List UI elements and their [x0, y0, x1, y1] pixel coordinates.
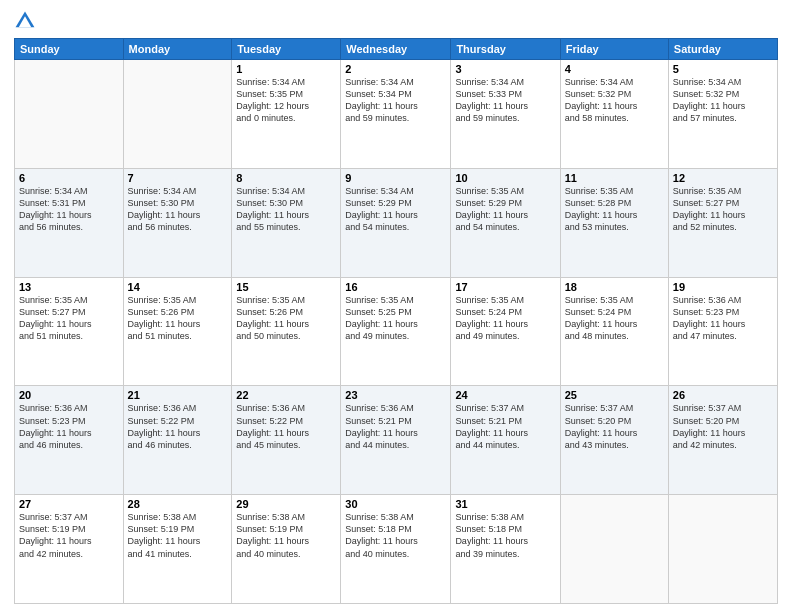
col-sunday: Sunday: [15, 39, 124, 60]
day-info: Sunrise: 5:38 AM Sunset: 5:18 PM Dayligh…: [455, 511, 555, 560]
day-info: Sunrise: 5:36 AM Sunset: 5:22 PM Dayligh…: [128, 402, 228, 451]
day-number: 28: [128, 498, 228, 510]
day-number: 13: [19, 281, 119, 293]
day-number: 16: [345, 281, 446, 293]
day-number: 12: [673, 172, 773, 184]
day-number: 14: [128, 281, 228, 293]
table-cell: 28Sunrise: 5:38 AM Sunset: 5:19 PM Dayli…: [123, 495, 232, 604]
day-info: Sunrise: 5:35 AM Sunset: 5:29 PM Dayligh…: [455, 185, 555, 234]
table-cell: 10Sunrise: 5:35 AM Sunset: 5:29 PM Dayli…: [451, 168, 560, 277]
day-info: Sunrise: 5:36 AM Sunset: 5:21 PM Dayligh…: [345, 402, 446, 451]
day-number: 25: [565, 389, 664, 401]
col-tuesday: Tuesday: [232, 39, 341, 60]
day-number: 30: [345, 498, 446, 510]
calendar-row: 27Sunrise: 5:37 AM Sunset: 5:19 PM Dayli…: [15, 495, 778, 604]
table-cell: 5Sunrise: 5:34 AM Sunset: 5:32 PM Daylig…: [668, 60, 777, 169]
table-cell: [123, 60, 232, 169]
table-cell: 27Sunrise: 5:37 AM Sunset: 5:19 PM Dayli…: [15, 495, 124, 604]
calendar-table: Sunday Monday Tuesday Wednesday Thursday…: [14, 38, 778, 604]
day-number: 6: [19, 172, 119, 184]
table-cell: 7Sunrise: 5:34 AM Sunset: 5:30 PM Daylig…: [123, 168, 232, 277]
day-number: 27: [19, 498, 119, 510]
day-info: Sunrise: 5:35 AM Sunset: 5:27 PM Dayligh…: [19, 294, 119, 343]
table-cell: 14Sunrise: 5:35 AM Sunset: 5:26 PM Dayli…: [123, 277, 232, 386]
calendar-row: 13Sunrise: 5:35 AM Sunset: 5:27 PM Dayli…: [15, 277, 778, 386]
day-info: Sunrise: 5:34 AM Sunset: 5:31 PM Dayligh…: [19, 185, 119, 234]
day-info: Sunrise: 5:37 AM Sunset: 5:19 PM Dayligh…: [19, 511, 119, 560]
table-cell: 21Sunrise: 5:36 AM Sunset: 5:22 PM Dayli…: [123, 386, 232, 495]
table-cell: 3Sunrise: 5:34 AM Sunset: 5:33 PM Daylig…: [451, 60, 560, 169]
day-info: Sunrise: 5:34 AM Sunset: 5:30 PM Dayligh…: [128, 185, 228, 234]
header: [14, 10, 778, 32]
day-info: Sunrise: 5:34 AM Sunset: 5:33 PM Dayligh…: [455, 76, 555, 125]
table-cell: 2Sunrise: 5:34 AM Sunset: 5:34 PM Daylig…: [341, 60, 451, 169]
day-number: 31: [455, 498, 555, 510]
day-number: 10: [455, 172, 555, 184]
day-info: Sunrise: 5:35 AM Sunset: 5:24 PM Dayligh…: [565, 294, 664, 343]
day-number: 9: [345, 172, 446, 184]
day-info: Sunrise: 5:35 AM Sunset: 5:26 PM Dayligh…: [128, 294, 228, 343]
day-info: Sunrise: 5:35 AM Sunset: 5:28 PM Dayligh…: [565, 185, 664, 234]
day-info: Sunrise: 5:37 AM Sunset: 5:21 PM Dayligh…: [455, 402, 555, 451]
day-number: 15: [236, 281, 336, 293]
table-cell: 22Sunrise: 5:36 AM Sunset: 5:22 PM Dayli…: [232, 386, 341, 495]
day-info: Sunrise: 5:35 AM Sunset: 5:25 PM Dayligh…: [345, 294, 446, 343]
logo: [14, 10, 40, 32]
table-cell: [668, 495, 777, 604]
day-number: 11: [565, 172, 664, 184]
col-saturday: Saturday: [668, 39, 777, 60]
day-info: Sunrise: 5:34 AM Sunset: 5:34 PM Dayligh…: [345, 76, 446, 125]
table-cell: 25Sunrise: 5:37 AM Sunset: 5:20 PM Dayli…: [560, 386, 668, 495]
day-number: 8: [236, 172, 336, 184]
table-cell: [560, 495, 668, 604]
calendar-row: 20Sunrise: 5:36 AM Sunset: 5:23 PM Dayli…: [15, 386, 778, 495]
day-info: Sunrise: 5:35 AM Sunset: 5:24 PM Dayligh…: [455, 294, 555, 343]
day-info: Sunrise: 5:34 AM Sunset: 5:29 PM Dayligh…: [345, 185, 446, 234]
day-info: Sunrise: 5:37 AM Sunset: 5:20 PM Dayligh…: [673, 402, 773, 451]
day-info: Sunrise: 5:34 AM Sunset: 5:32 PM Dayligh…: [673, 76, 773, 125]
table-cell: 15Sunrise: 5:35 AM Sunset: 5:26 PM Dayli…: [232, 277, 341, 386]
table-cell: 23Sunrise: 5:36 AM Sunset: 5:21 PM Dayli…: [341, 386, 451, 495]
table-cell: 20Sunrise: 5:36 AM Sunset: 5:23 PM Dayli…: [15, 386, 124, 495]
day-info: Sunrise: 5:34 AM Sunset: 5:32 PM Dayligh…: [565, 76, 664, 125]
day-number: 26: [673, 389, 773, 401]
day-info: Sunrise: 5:36 AM Sunset: 5:23 PM Dayligh…: [19, 402, 119, 451]
day-info: Sunrise: 5:35 AM Sunset: 5:26 PM Dayligh…: [236, 294, 336, 343]
calendar-page: Sunday Monday Tuesday Wednesday Thursday…: [0, 0, 792, 612]
day-number: 21: [128, 389, 228, 401]
table-cell: 11Sunrise: 5:35 AM Sunset: 5:28 PM Dayli…: [560, 168, 668, 277]
day-number: 20: [19, 389, 119, 401]
table-cell: 18Sunrise: 5:35 AM Sunset: 5:24 PM Dayli…: [560, 277, 668, 386]
day-number: 2: [345, 63, 446, 75]
table-cell: 26Sunrise: 5:37 AM Sunset: 5:20 PM Dayli…: [668, 386, 777, 495]
table-cell: [15, 60, 124, 169]
day-number: 19: [673, 281, 773, 293]
day-info: Sunrise: 5:36 AM Sunset: 5:22 PM Dayligh…: [236, 402, 336, 451]
col-monday: Monday: [123, 39, 232, 60]
day-number: 29: [236, 498, 336, 510]
table-cell: 31Sunrise: 5:38 AM Sunset: 5:18 PM Dayli…: [451, 495, 560, 604]
table-cell: 12Sunrise: 5:35 AM Sunset: 5:27 PM Dayli…: [668, 168, 777, 277]
table-cell: 19Sunrise: 5:36 AM Sunset: 5:23 PM Dayli…: [668, 277, 777, 386]
table-cell: 8Sunrise: 5:34 AM Sunset: 5:30 PM Daylig…: [232, 168, 341, 277]
day-number: 5: [673, 63, 773, 75]
table-cell: 1Sunrise: 5:34 AM Sunset: 5:35 PM Daylig…: [232, 60, 341, 169]
calendar-row: 1Sunrise: 5:34 AM Sunset: 5:35 PM Daylig…: [15, 60, 778, 169]
day-info: Sunrise: 5:35 AM Sunset: 5:27 PM Dayligh…: [673, 185, 773, 234]
day-number: 22: [236, 389, 336, 401]
table-cell: 6Sunrise: 5:34 AM Sunset: 5:31 PM Daylig…: [15, 168, 124, 277]
table-cell: 29Sunrise: 5:38 AM Sunset: 5:19 PM Dayli…: [232, 495, 341, 604]
day-info: Sunrise: 5:34 AM Sunset: 5:35 PM Dayligh…: [236, 76, 336, 125]
table-cell: 24Sunrise: 5:37 AM Sunset: 5:21 PM Dayli…: [451, 386, 560, 495]
day-number: 3: [455, 63, 555, 75]
day-info: Sunrise: 5:36 AM Sunset: 5:23 PM Dayligh…: [673, 294, 773, 343]
day-info: Sunrise: 5:38 AM Sunset: 5:19 PM Dayligh…: [128, 511, 228, 560]
day-number: 1: [236, 63, 336, 75]
table-cell: 17Sunrise: 5:35 AM Sunset: 5:24 PM Dayli…: [451, 277, 560, 386]
col-thursday: Thursday: [451, 39, 560, 60]
col-friday: Friday: [560, 39, 668, 60]
table-cell: 4Sunrise: 5:34 AM Sunset: 5:32 PM Daylig…: [560, 60, 668, 169]
calendar-row: 6Sunrise: 5:34 AM Sunset: 5:31 PM Daylig…: [15, 168, 778, 277]
table-cell: 30Sunrise: 5:38 AM Sunset: 5:18 PM Dayli…: [341, 495, 451, 604]
table-cell: 16Sunrise: 5:35 AM Sunset: 5:25 PM Dayli…: [341, 277, 451, 386]
